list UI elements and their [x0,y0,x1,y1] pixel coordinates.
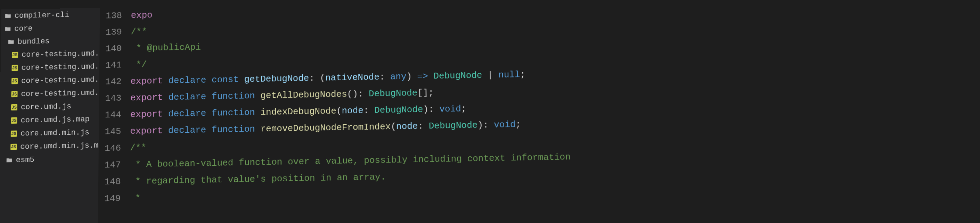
code-token-punc: ; [461,104,466,114]
file-tree-item[interactable]: compiler-cli [2,8,100,22]
line-number: 147 [99,157,121,174]
file-tree-label: esm5 [16,155,34,164]
js-file-icon: JS [11,77,18,85]
code-token-punc: ( [336,105,342,116]
line-number: 149 [98,190,121,207]
line-number: 144 [99,107,121,124]
js-file-icon: JS [10,104,18,111]
line-number: 145 [99,123,121,140]
code-token-declare: declare function [168,107,260,119]
js-file-icon: JS [10,90,18,98]
code-token-keyword: export [130,92,168,103]
file-tree-label: compiler-cli [14,10,70,20]
file-tree-label: core-testing.umd.js.map [21,62,100,72]
code-token-declare: declare function [168,124,261,136]
code-token-type: DebugNode [433,70,482,81]
line-number: 141 [99,57,122,74]
app-root: compiler-clicorebundlesJScore-testing.um… [0,0,980,223]
line-number: 146 [99,140,121,157]
file-tree-item[interactable]: JScore-testing.umd.js [1,47,99,62]
file-tree-label: core [14,24,33,33]
file-tree-label: core.umd.js.map [21,115,90,125]
code-token-punc: : [380,72,390,82]
line-number: 139 [100,24,122,41]
file-tree-label: core-testing.umd.min.js [21,75,100,85]
code-content[interactable]: expo/** * @publicApi */export declare co… [130,0,980,223]
file-tree-item[interactable]: JScore-testing.umd.js.map [0,60,99,75]
code-token-declare: => [417,71,433,82]
code-token-keyword: export [130,76,168,87]
file-tree-item[interactable]: core [1,21,100,35]
code-token-declare: any [390,72,407,82]
file-tree-item[interactable]: JScore-testing.umd.min.js [0,73,99,88]
code-token-declare: void [439,104,461,115]
code-token-comment: /** [130,142,146,153]
code-token-punc: ; [515,119,521,129]
code-token-func: removeDebugNodeFromIndex [260,121,391,134]
code-token-punc: []; [417,88,434,98]
code-token-declare: declare function [168,91,260,102]
line-number: 142 [99,73,121,90]
code-token-func: getAllDebugNodes [260,89,347,101]
code-token-comment: /** [130,26,147,37]
file-tree-item[interactable]: JScore.umd.min.js [0,126,99,141]
code-token-punc: : ( [309,73,325,84]
code-token-var: getDebugNode [244,73,309,85]
folder-icon [4,12,12,20]
code-token-comment: * regarding that value's position in an … [130,172,386,187]
file-tree-label: core-testing.umd.min.js.map [21,88,100,98]
js-file-icon: JS [10,130,18,137]
file-explorer-sidebar: compiler-clicorebundlesJScore-testing.um… [0,8,100,223]
folder-icon [7,38,15,46]
code-token-punc: ): [477,120,494,131]
file-tree-label: core-testing.umd.js [22,49,100,59]
file-tree-label: core.umd.min.js.map [20,141,100,151]
code-token-comment: * @publicApi [130,42,201,54]
folder-icon [6,156,13,164]
file-tree-item[interactable]: esm5 [0,152,99,167]
code-token-punc: ) [406,71,417,82]
code-token-punc: ( [391,121,396,132]
file-tree-item[interactable]: JScore.umd.js.map [0,113,99,127]
js-file-icon: JS [10,143,18,151]
file-tree-item[interactable]: JScore-testing.umd.min.js.map [0,86,99,101]
file-tree-label: core.umd.js [21,102,72,112]
file-tree-item[interactable]: JScore.umd.js [0,99,99,114]
line-number-gutter: 138139140141142143144145146147148149 [98,7,131,223]
code-token-punc: : [418,121,429,132]
code-token-type: DebugNode [429,120,478,131]
folder-icon [4,25,11,33]
code-token-punc: : [363,105,374,116]
code-token-keyword: export [130,109,168,120]
code-token-var: nativeNode [325,72,380,83]
code-token-comment: */ [130,59,147,70]
line-number: 138 [100,7,122,24]
js-file-icon: JS [10,117,18,124]
code-token-var: node [396,121,418,132]
js-file-icon: JS [11,51,19,59]
code-token-declare: null [498,70,520,80]
code-token-type: DebugNode [369,88,418,99]
code-token-var: node [342,105,363,116]
code-token-punc: (): [347,89,369,99]
code-token-func: indexDebugNode [260,106,336,118]
code-token-punc: ): [423,104,439,115]
code-token-comment: * [130,193,141,204]
code-token-declare: declare const [168,74,244,86]
code-editor[interactable]: 138139140141142143144145146147148149 exp… [98,0,980,223]
code-token-type: DebugNode [374,104,423,115]
file-tree-label: core.umd.min.js [21,128,90,138]
file-tree-label: bundles [18,37,49,46]
js-file-icon: JS [11,64,18,72]
line-number: 143 [99,90,121,107]
line-number: 140 [99,40,122,57]
file-tree-item[interactable]: bundles [1,34,100,48]
file-tree-item[interactable]: JScore.umd.min.js.map [0,139,99,154]
code-token-keyword: export [130,126,168,137]
line-number: 148 [99,173,121,190]
code-token-keyword: expo [131,10,153,21]
code-token-punc: | [482,70,498,81]
code-token-punc: ; [520,70,525,80]
code-token-declare: void [494,119,516,130]
